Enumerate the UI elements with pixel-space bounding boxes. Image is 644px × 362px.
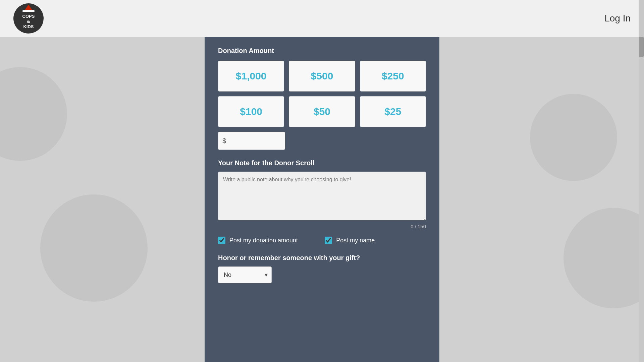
- dollar-sign: $: [222, 137, 226, 145]
- donation-amount-button[interactable]: $25: [360, 96, 426, 127]
- donation-grid: $1,000$500$250$100$50$25: [218, 61, 426, 127]
- donation-amount-label: Donation Amount: [218, 47, 426, 55]
- custom-amount-row: $: [218, 132, 285, 150]
- bg-circle-right-top: [530, 94, 617, 181]
- donation-amount-button[interactable]: $1,000: [218, 61, 284, 92]
- post-amount-item: Post my donation amount: [218, 237, 298, 244]
- checkbox-row: Post my donation amount Post my name: [218, 237, 426, 244]
- bg-circle-left-bottom: [40, 194, 148, 302]
- post-name-item: Post my name: [325, 237, 375, 244]
- main-panel: Donation Amount $1,000$500$250$100$50$25…: [205, 37, 439, 362]
- honor-label: Honor or remember someone with your gift…: [218, 254, 426, 262]
- custom-amount-input[interactable]: [229, 137, 281, 144]
- honor-select-wrapper: NoYes - In Honor OfYes - In Memory Of: [218, 266, 272, 283]
- donor-note-label: Your Note for the Donor Scroll: [218, 159, 426, 167]
- bg-circle-right-bottom: [564, 208, 644, 308]
- donation-amount-button[interactable]: $50: [289, 96, 355, 127]
- header: COPS & KIDS Log In: [0, 0, 644, 37]
- login-button[interactable]: Log In: [604, 13, 631, 24]
- post-amount-label: Post my donation amount: [229, 237, 298, 244]
- scrollbar-thumb[interactable]: [639, 37, 644, 57]
- post-name-checkbox[interactable]: [325, 237, 332, 244]
- honor-select[interactable]: NoYes - In Honor OfYes - In Memory Of: [218, 266, 272, 283]
- post-name-label: Post my name: [336, 237, 375, 244]
- donation-amount-button[interactable]: $100: [218, 96, 284, 127]
- donor-note-textarea[interactable]: [218, 172, 426, 220]
- bg-circle-left-top: [0, 67, 67, 161]
- post-amount-checkbox[interactable]: [218, 237, 225, 244]
- donation-amount-button[interactable]: $500: [289, 61, 355, 92]
- logo-circle: COPS & KIDS: [13, 3, 44, 34]
- char-count: 0 / 150: [218, 224, 426, 229]
- scrollbar-track[interactable]: [639, 0, 644, 362]
- santa-hat-brim: [22, 10, 35, 12]
- logo: COPS & KIDS: [13, 3, 44, 34]
- donation-amount-button[interactable]: $250: [360, 61, 426, 92]
- logo-text: COPS & KIDS: [22, 14, 35, 29]
